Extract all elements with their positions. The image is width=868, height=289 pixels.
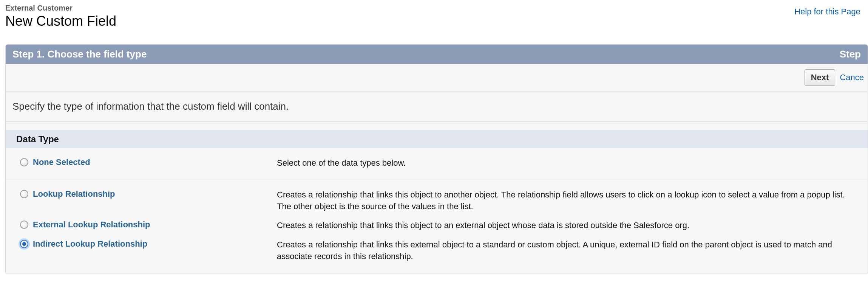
next-button[interactable]: Next xyxy=(805,69,836,86)
instruction-text: Specify the type of information that the… xyxy=(6,92,868,122)
data-type-description: Creates a relationship that links this e… xyxy=(277,239,861,263)
data-type-label[interactable]: External Lookup Relationship xyxy=(33,220,150,230)
step-title: Step 1. Choose the field type xyxy=(12,48,147,60)
data-type-description: Creates a relationship that links this o… xyxy=(277,189,861,213)
cancel-link[interactable]: Cance xyxy=(840,73,864,82)
data-type-label[interactable]: Lookup Relationship xyxy=(33,189,115,199)
data-type-section-header: Data Type xyxy=(6,130,868,148)
step-indicator: Step xyxy=(840,48,861,60)
data-type-description: Creates a relationship that links this o… xyxy=(277,220,861,232)
breadcrumb: External Customer xyxy=(5,4,116,12)
data-type-description: Select one of the data types below. xyxy=(277,157,861,169)
radio-lookup[interactable] xyxy=(20,190,28,198)
wizard-panel: Step 1. Choose the field type Step Next … xyxy=(5,44,868,273)
button-row: Next Cance xyxy=(6,64,868,92)
data-type-label[interactable]: Indirect Lookup Relationship xyxy=(33,239,147,249)
help-link[interactable]: Help for this Page xyxy=(794,7,860,17)
page-title: New Custom Field xyxy=(5,13,116,29)
data-type-block-relationships: Lookup Relationship Creates a relationsh… xyxy=(6,180,868,273)
step-bar: Step 1. Choose the field type Step xyxy=(6,45,868,64)
data-type-block-none: None Selected Select one of the data typ… xyxy=(6,148,868,180)
radio-none[interactable] xyxy=(20,158,28,166)
radio-external-lookup[interactable] xyxy=(20,221,28,229)
radio-indirect-lookup[interactable] xyxy=(20,240,28,248)
data-type-label[interactable]: None Selected xyxy=(33,157,90,167)
